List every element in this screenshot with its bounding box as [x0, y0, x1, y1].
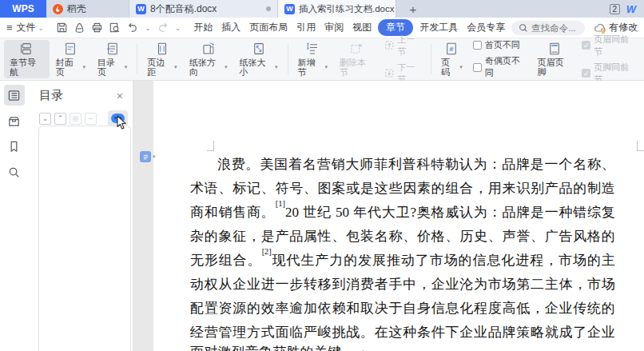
paragraph-mark: ↵ — [356, 347, 365, 351]
margins-button[interactable]: 页边距▾ — [141, 40, 182, 78]
wps-writer-window: WPS 稻壳 W 8个配音稿.docx W 插入索引练习文档.docx + 2 … — [0, 0, 644, 351]
same-as-prev-group: ✓ 页眉同前节 ✓ 页脚同前节 — [582, 40, 636, 78]
search-icon — [519, 23, 528, 33]
export-pdf-icon[interactable] — [74, 22, 85, 34]
mouse-cursor — [117, 115, 128, 130]
new-tab-button[interactable]: + — [396, 0, 430, 18]
doc-line[interactable]: 无形组合。[2]现代生产力的发展推动了市场的信息化进程，市场的主 — [190, 246, 615, 270]
doc-line[interactable]: 商和销售商。[1]20 世纪 50 年代大卫?奥格威认为：品牌是一种错综复 — [190, 198, 615, 222]
doc-line[interactable]: 面对激烈竞争获胜的关键。↵ — [190, 342, 615, 351]
section-nav-icon — [18, 42, 35, 56]
tab-view[interactable]: 视图 — [350, 19, 374, 36]
bookmark-icon — [7, 140, 21, 154]
paragraph-tool[interactable]: ▾ — [140, 151, 156, 162]
tab-label: 稻壳 — [67, 2, 86, 16]
dropdown-icon: ▾ — [324, 62, 328, 72]
dropdown-icon: ▾ — [82, 62, 85, 72]
section-ribbon: 章节导航 封面页▾ 目录页▾ 页边距▾ 纸张方向▾ 纸张大小▾ 新增节▾ — [0, 38, 644, 81]
cover-page-button[interactable]: 封面页▾ — [50, 40, 91, 78]
search-input[interactable] — [531, 23, 578, 33]
prev-section-icon — [384, 40, 395, 50]
doc-line[interactable]: 配置资源的效率逾加依赖和取决于自身信息化程度高低，企业传统的 — [190, 294, 615, 318]
hamburger-icon[interactable]: ≡ — [6, 22, 13, 34]
text-block: 浪费。美国着名营销大师菲利普科特勒认为：品牌是一个名称、 术语、标记、符号、图案… — [190, 150, 615, 351]
orientation-button[interactable]: 纸张方向▾ — [184, 40, 233, 78]
undo-dropdown-icon[interactable]: ⌄ — [145, 24, 151, 32]
resource-pane-button[interactable] — [4, 110, 25, 131]
paper-size-button[interactable]: 纸张大小▾ — [234, 40, 284, 78]
tab-document-2-active[interactable]: W 插入索引练习文档.docx — [278, 0, 396, 18]
print-icon[interactable] — [91, 22, 103, 34]
tab-insert[interactable]: 插入 — [219, 19, 243, 36]
expand-all-button[interactable]: ⌄ — [39, 113, 51, 125]
new-section-button[interactable]: 新增节▾ — [292, 40, 333, 78]
ribbon-separator — [137, 44, 137, 74]
next-section-icon — [384, 68, 395, 78]
locate-heading-button: ◎ — [70, 113, 81, 125]
document-area: 浪费。美国着名营销大师菲利普科特勒认为：品牌是一个名称、 术语、标记、符号、图案… — [133, 81, 644, 351]
toc-page-button[interactable]: 目录页▾ — [92, 40, 133, 78]
toolbar-collapse-icon[interactable]: ⌄ — [175, 24, 181, 32]
page-number-button[interactable]: # 页码▾ — [435, 40, 468, 78]
window-count-badge[interactable]: 2 — [610, 4, 620, 14]
find-pane-button[interactable] — [4, 162, 25, 182]
wps-doc-icon: W — [136, 4, 146, 14]
cloud-sync-icon — [594, 22, 606, 34]
tab-document-1[interactable]: W 8个配音稿.docx — [129, 0, 278, 18]
page-diff-group: 首页不同 奇偶页不同 — [473, 40, 527, 78]
dropdown-icon: ▾ — [275, 62, 278, 72]
toc-page-icon — [104, 42, 121, 56]
workspace: 目录 × ⌄ ⌃ ◎ – 浪费。美国着名营销大师菲利普科特勒认为：品牌是一个名称… — [0, 81, 644, 351]
header-footer-button[interactable]: 页眉页脚 — [532, 40, 578, 78]
tab-member[interactable]: 会员专享 — [464, 19, 507, 36]
delete-section-button: 删除本节 — [334, 40, 380, 78]
paper-size-icon — [250, 42, 268, 56]
toc-list-area[interactable] — [38, 126, 131, 351]
undo-icon[interactable] — [126, 22, 139, 34]
tab-label: 8个配音稿.docx — [150, 2, 217, 16]
toc-pane-button[interactable] — [4, 85, 25, 106]
save-icon[interactable] — [56, 22, 68, 34]
file-menu-button[interactable]: 文件 ⌄ — [17, 21, 45, 34]
diff-odd-even-checkbox[interactable]: 奇偶页不同 — [473, 55, 527, 79]
tab-dev-tools[interactable]: 开发工具 — [417, 19, 460, 36]
doc-line[interactable]: 术语、标记、符号、图案或是这些因素的组合，用来识别产品的制造 — [190, 174, 615, 198]
svg-text:#: # — [449, 46, 454, 53]
checkbox-icon — [473, 63, 482, 72]
tab-references[interactable]: 引用 — [294, 19, 318, 36]
bookmark-pane-button[interactable] — [4, 136, 25, 157]
checkbox-checked-icon: ✓ — [582, 41, 590, 50]
quick-access-toolbar: ⌄ ⌄ — [56, 22, 181, 34]
close-icon[interactable]: × — [117, 90, 123, 102]
diff-first-page-checkbox[interactable]: 首页不同 — [473, 39, 527, 51]
dropdown-icon: ▾ — [225, 62, 228, 72]
modified-status[interactable]: 有修改 — [594, 21, 638, 34]
docer-flame-icon — [53, 4, 63, 14]
tab-page-layout[interactable]: 页面布局 — [247, 19, 290, 36]
tab-review[interactable]: 审阅 — [322, 19, 346, 36]
paragraph-tool-icon — [140, 151, 151, 162]
tab-home[interactable]: 开始 — [191, 19, 215, 36]
collapse-all-button[interactable]: ⌃ — [54, 113, 66, 125]
fold-level-button: – — [85, 113, 97, 125]
toc-panel-title: 目录 — [39, 88, 63, 103]
doc-line[interactable]: 浪费。美国着名营销大师菲利普科特勒认为：品牌是一个名称、 — [190, 150, 615, 174]
checkbox-checked-icon: ✓ — [582, 69, 590, 78]
command-search[interactable] — [511, 21, 585, 35]
doc-line[interactable]: 动权从企业进一步转移到消费者手中，企业沦为市场第二主体，市场 — [190, 270, 615, 294]
menu-bar: ≡ 文件 ⌄ ⌄ ⌄ 开始 插入 页面布局 引用 审阅 视图 章节 开发工具 会… — [0, 18, 644, 38]
section-nav-button[interactable]: 章节导航 — [4, 40, 50, 78]
toc-pane-icon — [7, 89, 21, 102]
margins-icon — [153, 42, 171, 56]
wps-menu-button[interactable]: WPS — [0, 0, 46, 18]
wps-logo-icon: W — [626, 3, 636, 15]
window-tab-bar: WPS 稻壳 W 8个配音稿.docx W 插入索引练习文档.docx + 2 … — [0, 0, 644, 18]
document-page[interactable]: 浪费。美国着名营销大师菲利普科特勒认为：品牌是一个名称、 术语、标记、符号、图案… — [153, 81, 644, 351]
print-preview-icon[interactable] — [109, 22, 121, 34]
cover-page-icon — [62, 42, 79, 56]
doc-line[interactable]: 经营管理方式面临严峻挑战。在这种条件下企业品牌策略就成了企业 — [190, 318, 615, 342]
delete-section-icon — [348, 42, 365, 56]
section-jump-group: 上一节 下一节 — [384, 40, 423, 78]
doc-line[interactable]: 杂的象征，是产品属性、包装名称、价格、历史、声誉、广告风格的 — [190, 222, 615, 246]
tab-docer[interactable]: 稻壳 — [46, 0, 129, 18]
